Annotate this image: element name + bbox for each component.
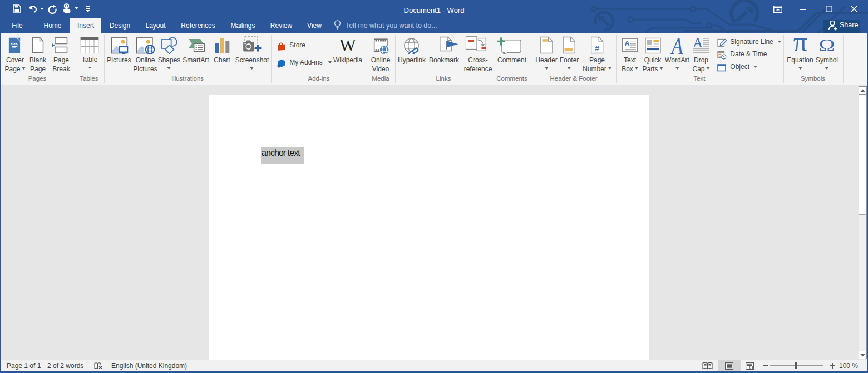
svg-text:π: π: [793, 36, 807, 54]
svg-text:A: A: [693, 36, 703, 50]
svg-text:A: A: [625, 40, 630, 47]
svg-text:A: A: [670, 36, 683, 54]
svg-text:W: W: [339, 36, 356, 54]
svg-text:Ω: Ω: [818, 36, 835, 54]
svg-text:#: #: [595, 44, 599, 53]
